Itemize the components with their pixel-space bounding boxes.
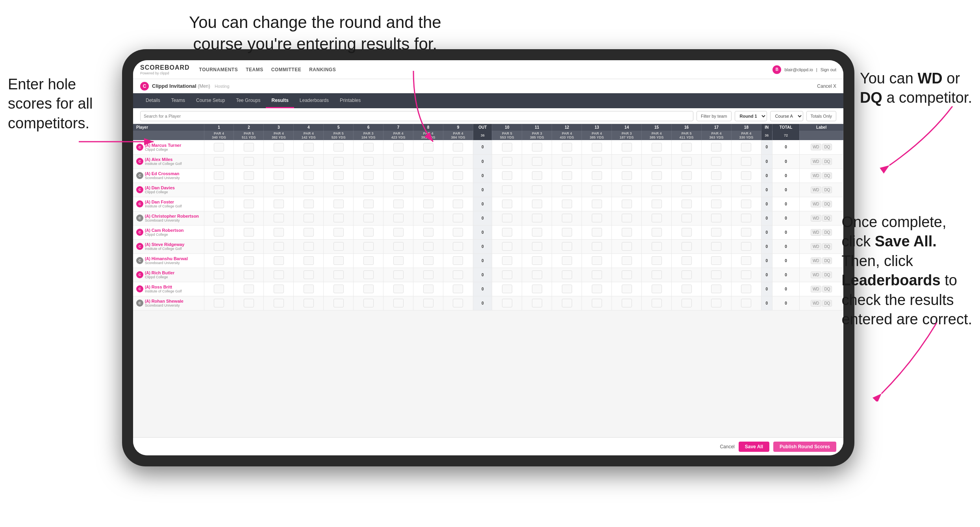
search-input[interactable] [140, 111, 693, 121]
tab-printables[interactable]: Printables [334, 93, 366, 108]
dq-button[interactable]: DQ [822, 229, 832, 236]
hole-15-score-input[interactable] [652, 299, 662, 307]
hole-4-score-input[interactable] [304, 185, 314, 194]
hole-1-score-input[interactable] [214, 200, 224, 208]
cancel-tournament-btn[interactable]: Cancel X [817, 83, 836, 89]
hole-15-score-input[interactable] [652, 143, 662, 152]
hole-17-score-input[interactable] [711, 185, 721, 194]
hole-10-score-input[interactable] [502, 171, 512, 180]
hole-12-score-input[interactable] [562, 285, 572, 293]
hole-16-score-input[interactable] [682, 228, 692, 237]
hole-2-score-input[interactable] [244, 214, 254, 222]
hole-11-score-input[interactable] [532, 270, 542, 279]
hole-5-score-input[interactable] [333, 299, 344, 307]
hole-8-score-input[interactable] [423, 200, 433, 208]
hole-2-score-input[interactable] [244, 256, 254, 265]
hole-17-score-input[interactable] [711, 299, 721, 307]
hole-14-score-input[interactable] [622, 200, 632, 208]
hole-10-score-input[interactable] [502, 157, 512, 166]
hole-4-score-input[interactable] [304, 299, 314, 307]
hole-4-score-input[interactable] [304, 270, 314, 279]
hole-9-score-input[interactable] [453, 157, 463, 166]
nav-link-rankings[interactable]: RANKINGS [309, 67, 336, 72]
wd-button[interactable]: WD [811, 215, 821, 222]
hole-5-score-input[interactable] [333, 171, 344, 180]
hole-15-score-input[interactable] [652, 157, 662, 166]
hole-5-score-input[interactable] [333, 270, 344, 279]
dq-button[interactable]: DQ [822, 300, 832, 307]
hole-2-score-input[interactable] [244, 157, 254, 166]
hole-15-score-input[interactable] [652, 171, 662, 180]
hole-4-score-input[interactable] [304, 256, 314, 265]
hole-11-score-input[interactable] [532, 228, 542, 237]
hole-14-score-input[interactable] [622, 214, 632, 222]
hole-12-score-input[interactable] [562, 228, 572, 237]
hole-18-score-input[interactable] [741, 299, 751, 307]
tab-leaderboards[interactable]: Leaderboards [294, 93, 334, 108]
hole-11-score-input[interactable] [532, 171, 542, 180]
hole-17-score-input[interactable] [711, 270, 721, 279]
hole-5-score-input[interactable] [333, 200, 344, 208]
hole-3-score-input[interactable] [274, 171, 284, 180]
filter-by-team-button[interactable]: Filter by team [697, 111, 732, 121]
hole-3-score-input[interactable] [274, 285, 284, 293]
tab-course-setup[interactable]: Course Setup [191, 93, 230, 108]
nav-link-tournaments[interactable]: TOURNAMENTS [199, 67, 238, 72]
hole-17-score-input[interactable] [711, 228, 721, 237]
hole-4-score-input[interactable] [304, 285, 314, 293]
hole-10-score-input[interactable] [502, 228, 512, 237]
hole-6-score-input[interactable] [363, 299, 374, 307]
hole-2-score-input[interactable] [244, 242, 254, 251]
hole-17-score-input[interactable] [711, 143, 721, 152]
hole-14-score-input[interactable] [622, 143, 632, 152]
hole-6-score-input[interactable] [363, 270, 374, 279]
dq-button[interactable]: DQ [822, 158, 832, 165]
hole-11-score-input[interactable] [532, 299, 542, 307]
hole-18-score-input[interactable] [741, 242, 751, 251]
hole-15-score-input[interactable] [652, 270, 662, 279]
hole-1-score-input[interactable] [214, 157, 224, 166]
hole-18-score-input[interactable] [741, 171, 751, 180]
dq-button[interactable]: DQ [822, 243, 832, 250]
hole-14-score-input[interactable] [622, 242, 632, 251]
hole-5-score-input[interactable] [333, 285, 344, 293]
hole-2-score-input[interactable] [244, 171, 254, 180]
hole-2-score-input[interactable] [244, 285, 254, 293]
hole-9-score-input[interactable] [453, 143, 463, 152]
hole-4-score-input[interactable] [304, 200, 314, 208]
hole-2-score-input[interactable] [244, 185, 254, 194]
tab-results[interactable]: Results [266, 93, 294, 108]
hole-11-score-input[interactable] [532, 157, 542, 166]
hole-1-score-input[interactable] [214, 171, 224, 180]
hole-8-score-input[interactable] [423, 228, 433, 237]
hole-7-score-input[interactable] [393, 270, 404, 279]
hole-14-score-input[interactable] [622, 299, 632, 307]
hole-7-score-input[interactable] [393, 157, 404, 166]
hole-4-score-input[interactable] [304, 143, 314, 152]
hole-7-score-input[interactable] [393, 299, 404, 307]
hole-7-score-input[interactable] [393, 214, 404, 222]
hole-7-score-input[interactable] [393, 143, 404, 152]
hole-1-score-input[interactable] [214, 285, 224, 293]
hole-13-score-input[interactable] [592, 143, 602, 152]
hole-4-score-input[interactable] [304, 171, 314, 180]
nav-link-committee[interactable]: COMMITTEE [271, 67, 302, 72]
hole-10-score-input[interactable] [502, 143, 512, 152]
dq-button[interactable]: DQ [822, 215, 832, 222]
hole-16-score-input[interactable] [682, 157, 692, 166]
hole-6-score-input[interactable] [363, 185, 374, 194]
hole-9-score-input[interactable] [453, 185, 463, 194]
hole-18-score-input[interactable] [741, 157, 751, 166]
hole-8-score-input[interactable] [423, 299, 433, 307]
hole-8-score-input[interactable] [423, 185, 433, 194]
hole-15-score-input[interactable] [652, 214, 662, 222]
wd-button[interactable]: WD [811, 286, 821, 292]
hole-7-score-input[interactable] [393, 242, 404, 251]
hole-13-score-input[interactable] [592, 242, 602, 251]
hole-6-score-input[interactable] [363, 228, 374, 237]
hole-17-score-input[interactable] [711, 242, 721, 251]
hole-5-score-input[interactable] [333, 214, 344, 222]
cancel-action-button[interactable]: Cancel [720, 444, 734, 449]
hole-18-score-input[interactable] [741, 285, 751, 293]
wd-button[interactable]: WD [811, 187, 821, 193]
